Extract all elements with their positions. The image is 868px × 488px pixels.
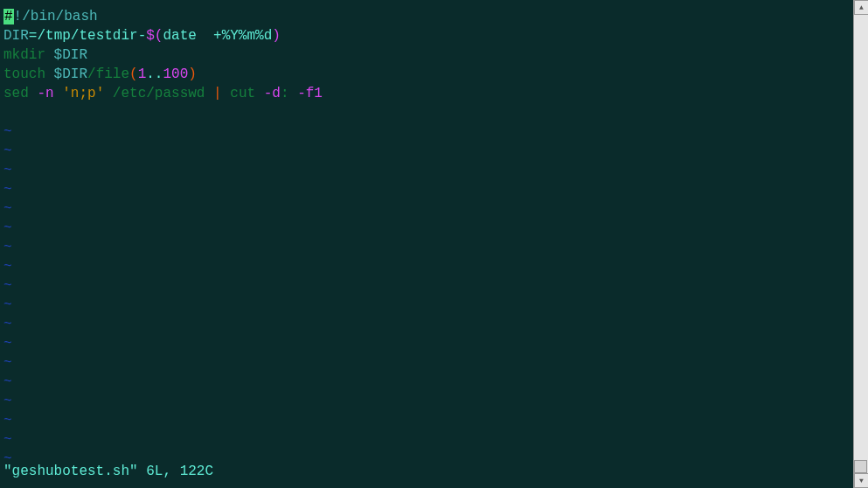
shebang-hash: # bbox=[3, 9, 14, 24]
status-line: "geshubotest.sh" 6L, 122C bbox=[3, 462, 213, 481]
dir-var: $DIR bbox=[54, 47, 87, 63]
cut-colon: : bbox=[281, 86, 289, 101]
paren-open: ( bbox=[129, 66, 138, 82]
spacing bbox=[197, 28, 213, 44]
scrollbar-thumb[interactable] bbox=[854, 460, 867, 473]
scrollbar-up-icon[interactable]: ▲ bbox=[854, 0, 868, 15]
pipe: | bbox=[213, 86, 222, 101]
code-line-2: DIR=/tmp/testdir-$(date +%Y%m%d) bbox=[3, 26, 850, 45]
tilde-line: ~ bbox=[3, 411, 850, 430]
status-filename: "geshubotest.sh" bbox=[3, 464, 138, 479]
eq-sign: = bbox=[29, 28, 38, 44]
subst-open: $( bbox=[146, 28, 163, 44]
mkdir-cmd: mkdir bbox=[3, 47, 54, 63]
scrollbar[interactable]: ▲ ▼ bbox=[853, 0, 868, 488]
tilde-line: ~ bbox=[3, 161, 850, 180]
tilde-line: ~ bbox=[3, 392, 850, 411]
code-line-5: sed -n 'n;p' /etc/passwd | cut -d: -f1 bbox=[3, 84, 850, 103]
tilde-line: ~ bbox=[3, 315, 850, 334]
subst-close: ) bbox=[272, 28, 281, 44]
date-format: +%Y%m%d bbox=[213, 28, 272, 44]
sp3 bbox=[205, 86, 213, 101]
range-dots: .. bbox=[146, 66, 163, 82]
sp1 bbox=[54, 86, 63, 101]
tilde-line: ~ bbox=[3, 199, 850, 219]
tilde-line: ~ bbox=[3, 430, 850, 450]
cut-f-flag: -f1 bbox=[297, 86, 323, 101]
tilde-line: ~ bbox=[3, 238, 850, 257]
slash: / bbox=[87, 66, 96, 82]
status-info: 6L, 122C bbox=[138, 464, 213, 479]
tilde-line: ~ bbox=[3, 180, 850, 199]
range-end: 100 bbox=[163, 66, 188, 82]
cut-d-flag: -d bbox=[264, 86, 281, 101]
sp4 bbox=[222, 86, 231, 101]
tilde-line: ~ bbox=[3, 276, 850, 296]
shebang-path: !/bin/bash bbox=[14, 9, 98, 24]
paren-close: ) bbox=[188, 66, 197, 82]
date-cmd: date bbox=[163, 28, 196, 44]
tilde-line: ~ bbox=[3, 257, 850, 276]
cut-cmd: cut bbox=[230, 86, 263, 101]
code-line-3: mkdir $DIR bbox=[3, 45, 850, 65]
tilde-line: ~ bbox=[3, 296, 850, 315]
sp5 bbox=[289, 86, 298, 101]
tilde-line: ~ bbox=[3, 353, 850, 373]
code-line-4: touch $DIR/file(1..100) bbox=[3, 65, 850, 84]
code-line-1: #!/bin/bash bbox=[3, 7, 850, 26]
var-name: DIR bbox=[3, 28, 29, 44]
touch-cmd: touch bbox=[3, 66, 54, 82]
dir-var2: $DIR bbox=[54, 66, 87, 82]
sp2 bbox=[104, 86, 113, 101]
passwd-path: /etc/passwd bbox=[113, 86, 205, 101]
tilde-line: ~ bbox=[3, 373, 850, 392]
tilde-line: ~ bbox=[3, 334, 850, 353]
terminal-editor[interactable]: #!/bin/bash DIR=/tmp/testdir-$(date +%Y%… bbox=[0, 0, 853, 488]
sed-cmd: sed bbox=[3, 86, 37, 101]
sed-string: 'n;p' bbox=[62, 86, 104, 101]
tilde-line: ~ bbox=[3, 219, 850, 238]
tilde-line: ~ bbox=[3, 122, 850, 142]
filename: file bbox=[96, 66, 129, 82]
tilde-line: ~ bbox=[3, 142, 850, 161]
path-literal: /tmp/testdir- bbox=[37, 28, 146, 44]
empty-line bbox=[3, 103, 850, 122]
range-start: 1 bbox=[138, 66, 147, 82]
sed-flag: -n bbox=[37, 86, 53, 101]
scrollbar-down-icon[interactable]: ▼ bbox=[854, 473, 868, 488]
